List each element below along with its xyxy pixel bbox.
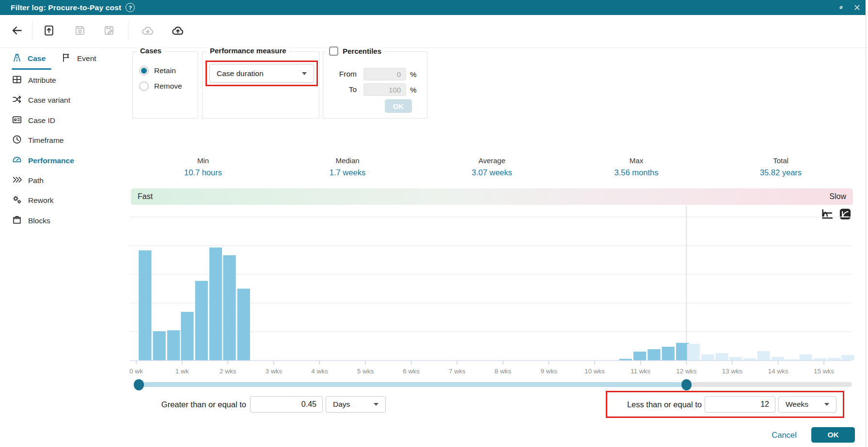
x-tick-label: 3 wks xyxy=(266,368,283,375)
percentile-from-input[interactable]: 0 xyxy=(363,68,406,80)
toolbar-divider xyxy=(32,21,32,40)
shuffle-icon xyxy=(12,94,22,107)
help-icon[interactable]: ? xyxy=(126,3,135,12)
percentiles-ok-button[interactable]: OK xyxy=(385,99,412,113)
from-unit: % xyxy=(410,68,416,80)
sidebar-item-performance[interactable]: Performance xyxy=(0,151,114,170)
cumulative-chart-icon[interactable] xyxy=(838,207,852,221)
toolbar-separator xyxy=(0,47,868,48)
performance-measure-legend: Performance measure xyxy=(207,46,289,55)
panel-edge xyxy=(866,15,866,447)
duration-slider-active-range[interactable] xyxy=(139,382,687,387)
tab-case[interactable]: Case xyxy=(12,51,46,66)
ok-button[interactable]: OK xyxy=(811,427,855,443)
histogram-bar xyxy=(687,344,700,360)
x-tick-label: 10 wks xyxy=(584,368,605,375)
lte-label: Less than or equal to xyxy=(612,396,702,413)
histogram-bar xyxy=(195,281,208,360)
stat-min: Min10.7 hours xyxy=(131,156,275,183)
x-tick-label: 5 wks xyxy=(357,368,374,375)
gte-value-input[interactable]: 0.45 xyxy=(250,396,323,413)
histogram-bar xyxy=(743,358,756,360)
sidebar-item-case-variant[interactable]: Case variant xyxy=(0,91,114,110)
title-bar: Filter log: Procure-to-Pay cost ? xyxy=(0,0,866,15)
chevron-down-icon xyxy=(302,72,307,75)
remove-radio[interactable]: Remove xyxy=(139,81,182,91)
save-as-button[interactable] xyxy=(103,24,115,37)
fast-label: Fast xyxy=(138,192,153,201)
toolbar-divider xyxy=(128,21,128,40)
cloud-upload-button[interactable] xyxy=(171,24,185,37)
sidebar-item-label: Case ID xyxy=(28,116,55,125)
table-icon xyxy=(12,74,22,87)
radio-selected-icon xyxy=(139,66,149,76)
gte-unit-dropdown[interactable]: Days xyxy=(326,396,386,413)
histogram-bar xyxy=(662,347,675,360)
measure-dropdown[interactable]: Case duration xyxy=(209,64,314,83)
save-button[interactable] xyxy=(74,24,86,37)
stat-value: 3.56 months xyxy=(564,168,709,177)
histogram-bar xyxy=(223,255,236,360)
stat-value: 35.82 years xyxy=(709,168,853,177)
slow-label: Slow xyxy=(829,192,846,201)
sidebar-item-label: Timeframe xyxy=(28,136,64,145)
sidebar-item-timeframe[interactable]: Timeframe xyxy=(0,131,114,150)
tab-event-label: Event xyxy=(77,54,96,63)
route-icon xyxy=(12,52,22,65)
histogram-bar xyxy=(139,250,151,360)
histogram-bar xyxy=(647,349,660,360)
back-button[interactable] xyxy=(11,24,23,37)
retain-radio[interactable]: Retain xyxy=(139,66,176,76)
duration-stats: Min10.7 hoursMedian1.7 weeksAverage3.07 … xyxy=(131,156,853,183)
remove-label: Remove xyxy=(154,82,182,91)
expand-icon[interactable] xyxy=(837,3,845,12)
active-tab-underline xyxy=(12,68,51,70)
stat-label: Median xyxy=(275,156,420,165)
sidebar-item-label: Rework xyxy=(28,196,54,205)
sidebar-item-path[interactable]: Path xyxy=(0,171,114,190)
lte-value-input[interactable]: 12 xyxy=(705,396,775,413)
x-tick-label: 1 wk xyxy=(175,368,189,375)
cancel-button[interactable]: Cancel xyxy=(765,428,804,442)
radio-unselected-icon xyxy=(139,81,149,91)
histogram-bar xyxy=(633,352,646,360)
close-icon[interactable] xyxy=(853,3,861,12)
stat-total: Total35.82 years xyxy=(709,156,853,183)
sidebar-item-rework[interactable]: Rework xyxy=(0,191,114,210)
duration-histogram: 0 wk1 wk2 wks3 wks4 wks5 wks6 wks7 wks8 … xyxy=(0,0,868,447)
histogram-bar xyxy=(153,331,166,360)
duration-slider-handle-min[interactable] xyxy=(134,379,144,390)
stat-max: Max3.56 months xyxy=(564,156,709,183)
sidebar-item-blocks[interactable]: Blocks xyxy=(0,211,114,231)
x-tick-label: 8 wks xyxy=(495,368,512,375)
stat-label: Max xyxy=(564,156,709,165)
histogram-bar xyxy=(237,289,250,360)
cloud-download-button[interactable] xyxy=(141,24,155,37)
percentile-to-input[interactable]: 100 xyxy=(363,83,406,96)
from-label: From xyxy=(326,68,357,80)
sidebar-item-attribute[interactable]: Attribute xyxy=(0,71,114,90)
sidebar-item-case-id[interactable]: Case ID xyxy=(0,111,114,130)
stat-value: 10.7 hours xyxy=(131,168,275,177)
gte-label: Greater than or equal to xyxy=(116,396,246,413)
percentiles-checkbox[interactable] xyxy=(329,46,338,56)
histogram-bar xyxy=(619,359,632,360)
duration-slider-handle-max[interactable] xyxy=(681,379,692,390)
gears-icon xyxy=(12,194,22,207)
x-tick-label: 2 wks xyxy=(220,368,237,375)
sidebar-item-label: Path xyxy=(28,176,44,185)
tab-event[interactable]: Event xyxy=(61,51,96,66)
gauge-icon xyxy=(12,154,22,167)
stat-label: Min xyxy=(131,156,275,165)
tab-case-label: Case xyxy=(28,54,46,63)
sidebar-item-label: Performance xyxy=(28,156,74,165)
x-tick-label: 9 wks xyxy=(540,368,557,375)
lte-unit-value: Weeks xyxy=(786,400,824,409)
lte-unit-dropdown[interactable]: Weeks xyxy=(778,396,836,413)
id-card-icon xyxy=(12,114,22,127)
distribution-chart-icon[interactable] xyxy=(821,207,834,221)
sidebar-item-label: Attribute xyxy=(28,76,56,85)
histogram-bar xyxy=(799,355,812,360)
export-file-button[interactable] xyxy=(43,24,55,37)
measure-dropdown-value: Case duration xyxy=(217,69,302,78)
